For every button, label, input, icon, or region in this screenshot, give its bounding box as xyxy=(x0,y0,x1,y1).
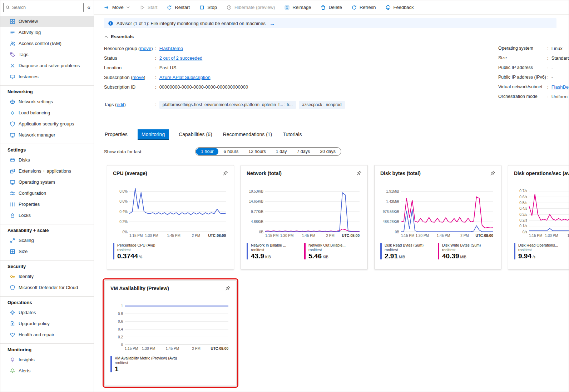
toolbar-feedback-button[interactable]: Feedback xyxy=(385,5,414,10)
essentials-colon: : xyxy=(155,63,157,73)
sidebar-item-locks[interactable]: Locks xyxy=(0,210,94,221)
tab-tutorials[interactable]: Tutorials xyxy=(282,129,302,140)
sidebar-item-disks[interactable]: Disks xyxy=(0,154,94,165)
toolbar-hibernate-preview-button[interactable]: Hibernate (preview) xyxy=(226,5,275,10)
monitor-icon xyxy=(10,74,15,80)
sidebar-item-label: Upgrade policy xyxy=(19,321,50,326)
legend-unit: KiB xyxy=(265,255,271,259)
chart-legend[interactable]: Network In Billable ...ronittest43.9KiB xyxy=(247,243,304,260)
sidebar-item-access-control-iam[interactable]: Access control (IAM) xyxy=(0,38,94,49)
essentials-label-link-move[interactable]: move xyxy=(132,75,144,80)
sidebar-item-properties[interactable]: Properties xyxy=(0,199,94,210)
sidebar-item-updates[interactable]: Updates xyxy=(0,307,94,318)
content-area: Advisor (1 of 1): File integrity monitor… xyxy=(94,15,569,386)
sidebar-item-load-balancing[interactable]: Load balancing xyxy=(0,107,94,118)
svg-text:1:30 PM: 1:30 PM xyxy=(280,234,293,238)
essentials-label-link-move[interactable]: move xyxy=(140,46,151,51)
toolbar-button-label: Feedback xyxy=(394,5,414,10)
tab-bar: PropertiesMonitoringCapabilities (6)Reco… xyxy=(104,129,569,140)
sidebar-item-scaling[interactable]: Scaling xyxy=(0,235,94,246)
tab-capabilities-6[interactable]: Capabilities (6) xyxy=(178,129,213,140)
essentials-value-link[interactable]: FlashDemo-vnet xyxy=(551,84,569,90)
sidebar-item-label: Load balancing xyxy=(19,110,50,115)
essentials-label: Operating system xyxy=(498,44,547,53)
chart-legend[interactable]: Percentage CPU (Avg)ronittest0.3744% xyxy=(113,243,228,260)
essentials-value-link[interactable]: FlashDemo xyxy=(159,46,183,51)
legend-metric-name: Network Out Billable... xyxy=(308,243,346,247)
essentials-value-link[interactable]: Azure APlat Subscription xyxy=(159,75,211,80)
toolbar-button-label: Restart xyxy=(175,5,190,10)
time-option-1-hour[interactable]: 1 hour xyxy=(196,148,218,155)
sidebar-item-upgrade-policy[interactable]: Upgrade policy xyxy=(0,318,94,329)
chart-title: VM Availability (Preview) xyxy=(110,286,169,291)
sidebar-collapse-button[interactable]: « xyxy=(85,5,92,10)
sidebar-item-network-settings[interactable]: Network settings xyxy=(0,96,94,107)
scaling-icon xyxy=(10,238,15,243)
essentials-section: Resource group (move):FlashDemoStatus:2 … xyxy=(104,44,569,114)
sidebar-item-network-manager[interactable]: Network manager xyxy=(0,129,94,140)
toolbar-reimage-button[interactable]: Reimage xyxy=(284,5,311,10)
tab-recommendations-1[interactable]: Recommendations (1) xyxy=(222,129,273,140)
sidebar-item-insights[interactable]: Insights xyxy=(0,354,94,365)
pin-icon[interactable] xyxy=(356,170,362,176)
essentials-collapse-header[interactable]: Essentials xyxy=(104,34,134,39)
toolbar-stop-button[interactable]: Stop xyxy=(199,5,217,10)
chart-legend[interactable]: Disk Write Bytes (Sum)ronittest40.39MiB xyxy=(438,243,495,260)
svg-text:1: 1 xyxy=(121,304,123,308)
chevron-up-icon xyxy=(104,35,108,39)
time-option-6-hours[interactable]: 6 hours xyxy=(218,148,243,155)
arrow-right-icon[interactable]: → xyxy=(269,21,275,26)
stop-icon xyxy=(199,5,205,10)
sidebar-item-extensions-applications[interactable]: Extensions + applications xyxy=(0,165,94,177)
toolbar-move-button[interactable]: Move xyxy=(104,5,130,10)
sidebar-item-size[interactable]: Size xyxy=(0,246,94,257)
sidebar-item-microsoft-defender-for-cloud[interactable]: Microsoft Defender for Cloud xyxy=(0,282,94,293)
main-pane: MoveStartRestartStopHibernate (preview)R… xyxy=(94,0,569,392)
move-icon xyxy=(104,5,110,10)
legend-metric-name: Disk Write Bytes (Sum) xyxy=(442,243,481,247)
sidebar-search-input[interactable] xyxy=(3,3,84,12)
sidebar-item-instances[interactable]: Instances xyxy=(0,71,94,82)
pin-icon[interactable] xyxy=(225,286,231,291)
svg-text:1:15 PM: 1:15 PM xyxy=(401,234,414,238)
tab-properties[interactable]: Properties xyxy=(104,129,128,140)
essentials-value: Standard xyxy=(551,55,569,61)
chart-legend[interactable]: Network Out Billable...ronittest5.46KiB xyxy=(304,243,362,260)
time-option-1-day[interactable]: 1 day xyxy=(271,148,292,155)
toolbar-refresh-button[interactable]: Refresh xyxy=(351,5,376,10)
chart-legend[interactable]: Disk Read Bytes (Sum)ronittest2.91MiB xyxy=(380,243,438,260)
sidebar-item-diagnose-and-solve-problems[interactable]: Diagnose and solve problems xyxy=(0,60,94,71)
sidebar-item-application-security-groups[interactable]: Application security groups xyxy=(0,118,94,129)
sidebar-item-health-and-repair[interactable]: Health and repair xyxy=(0,329,94,340)
svg-text:0.6%: 0.6% xyxy=(119,199,128,203)
legend-unit: MiB xyxy=(460,255,466,259)
sidebar-item-identity[interactable]: Identity xyxy=(0,271,94,282)
sidebar-item-tags[interactable]: Tags xyxy=(0,49,94,60)
legend-color-bar xyxy=(380,243,382,259)
chart-legend[interactable]: VM Availability Metric (Preview) (Avg)ro… xyxy=(110,356,231,373)
pin-icon[interactable] xyxy=(490,170,495,176)
sidebar-item-configuration[interactable]: Configuration xyxy=(0,188,94,199)
sidebar-item-operating-system[interactable]: Operating system xyxy=(0,177,94,188)
toolbar-button-label: Refresh xyxy=(360,5,376,10)
toolbar-restart-button[interactable]: Restart xyxy=(167,5,190,10)
sidebar-item-label: Locks xyxy=(19,213,31,218)
essentials-value-link[interactable]: 2 out of 2 succeeded xyxy=(159,55,203,61)
essentials-value: - xyxy=(551,75,553,80)
sidebar-item-activity-log[interactable]: Activity log xyxy=(0,27,94,38)
advisor-banner[interactable]: Advisor (1 of 1): File integrity monitor… xyxy=(104,18,556,28)
toolbar-start-button[interactable]: Start xyxy=(139,5,157,10)
time-option-7-days[interactable]: 7 days xyxy=(292,148,315,155)
tab-monitoring[interactable]: Monitoring xyxy=(138,129,169,140)
time-option-30-days[interactable]: 30 days xyxy=(315,148,341,155)
size-icon xyxy=(10,249,15,254)
chevron-down-icon xyxy=(126,5,130,9)
pin-icon[interactable] xyxy=(223,170,228,176)
start-icon xyxy=(139,5,145,10)
time-option-12-hours[interactable]: 12 hours xyxy=(243,148,271,155)
essentials-label-link-edit[interactable]: edit xyxy=(117,102,124,107)
sidebar-item-alerts[interactable]: Alerts xyxy=(0,365,94,376)
chart-legend[interactable]: Disk Read Operations...ronittest9.94/s xyxy=(514,243,569,260)
toolbar-delete-button[interactable]: Delete xyxy=(320,5,342,10)
sidebar-item-overview[interactable]: Overview xyxy=(0,16,94,27)
